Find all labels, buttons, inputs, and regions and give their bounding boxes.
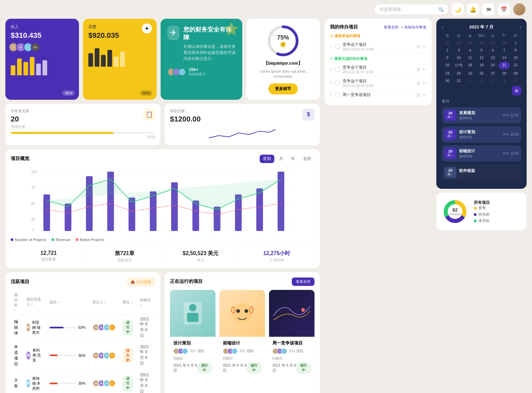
cal-day-28[interactable]: 28	[499, 70, 510, 77]
cal-day-6[interactable]: 6	[487, 47, 499, 54]
notification-button[interactable]: 🔔	[467, 3, 479, 15]
cal-day-25[interactable]: 25	[464, 70, 476, 77]
add-todo[interactable]: + 添加待办事项	[401, 25, 426, 30]
cal-day-31[interactable]: 31	[453, 77, 464, 84]
checkbox-3[interactable]	[335, 81, 340, 85]
edit-icon-3[interactable]: ✏	[423, 81, 426, 86]
chart-svg: 100 75 50 25 0	[11, 167, 315, 234]
cal-day-24[interactable]: 24	[453, 70, 464, 77]
cal-day-22[interactable]: 22	[510, 62, 521, 69]
cal-day-prev-28[interactable]: 28	[476, 40, 487, 46]
event-badge-3: 20 周一	[444, 148, 456, 159]
promo-icon: ✈	[167, 25, 179, 40]
cal-day-next-5[interactable]: 5	[510, 77, 521, 84]
checkbox-1[interactable]	[335, 44, 340, 49]
cal-day-3[interactable]: 3	[453, 47, 464, 54]
cal-day-10[interactable]: 10	[453, 54, 464, 61]
cal-day-16[interactable]: 16	[442, 62, 453, 69]
cal-day-5[interactable]: 5	[476, 47, 487, 54]
cal-day-2[interactable]: 2	[442, 47, 453, 54]
calendar-button[interactable]: 📅	[498, 3, 510, 15]
tab-month[interactable]: 月	[276, 155, 286, 163]
expense-add-btn[interactable]: +	[142, 23, 152, 33]
mail-button[interactable]: ✉	[482, 3, 495, 15]
team-av9	[281, 348, 287, 354]
cal-day-4[interactable]: 4	[464, 47, 476, 54]
cards-row-1: 收入 $310.435 A B C 25+ 45%	[5, 19, 320, 100]
cal-day-prev-26[interactable]: 26	[453, 40, 464, 46]
delete-icon-2[interactable]: 🗑	[416, 67, 421, 72]
delete-icon-3[interactable]: 🗑	[416, 81, 421, 86]
search-box[interactable]: 在这里搜索... 🔍	[375, 4, 448, 14]
checkbox-4[interactable]	[335, 93, 340, 97]
legend-label-compete: 竞争	[478, 206, 486, 211]
cal-day-prev-25[interactable]: 25	[442, 40, 453, 46]
todo-content-4: 周一竞争该项目	[343, 92, 414, 98]
bar-2	[17, 59, 22, 75]
todo-title: 我的待办项目	[330, 24, 358, 30]
stat-revenue-val: $2,50,523 美元	[163, 250, 239, 257]
legend-dot-compete	[474, 207, 476, 210]
cal-day-prev-30[interactable]: 30	[499, 40, 510, 46]
cal-day-11[interactable]: 11	[464, 54, 476, 61]
cal-day-1[interactable]: 1	[510, 40, 521, 46]
cal-day-21[interactable]: 21	[499, 62, 510, 69]
cal-day-27[interactable]: 27	[487, 70, 499, 77]
cal-day-prev-29[interactable]: 29	[487, 40, 499, 46]
user-avatar[interactable]	[513, 3, 525, 15]
delete-icon-4[interactable]: 🗑	[416, 92, 421, 97]
left-panel: 收入 $310.435 A B C 25+ 45%	[5, 19, 320, 393]
tasks-progress-bar	[11, 132, 113, 134]
cal-day-14[interactable]: 14	[499, 54, 510, 61]
edit-icon-2[interactable]: ✏	[423, 67, 426, 72]
search-icon: 🔍	[438, 7, 444, 12]
cal-day-23[interactable]: 23	[442, 70, 453, 77]
cal-day-20[interactable]: 20	[487, 62, 499, 69]
cal-settings-btn[interactable]: ⚙	[512, 86, 521, 95]
tab-year[interactable]: 年	[288, 155, 298, 163]
checkbox-2[interactable]	[335, 67, 340, 72]
cal-day-30[interactable]: 30	[442, 77, 453, 84]
cal-day-next-3[interactable]: 3	[487, 77, 499, 84]
cal-day-12[interactable]: 12	[476, 54, 487, 61]
view-all-btn[interactable]: 查看全部	[292, 278, 315, 286]
cal-day-29[interactable]: 29	[510, 70, 521, 77]
cal-day-19[interactable]: 19	[476, 62, 487, 69]
circle-more-btn[interactable]: 更多细节	[268, 83, 298, 94]
event-sub-1: 威特科技	[459, 116, 500, 121]
cal-prev-btn[interactable]: ‹	[442, 24, 443, 30]
col-assignee: 受让人 ↕	[89, 291, 119, 314]
cal-day-8[interactable]: 8	[510, 47, 521, 54]
drag-handle-2[interactable]: ⠿	[330, 67, 333, 72]
edit-icon-4[interactable]: ✏	[423, 92, 426, 97]
cal-day-17[interactable]: 17号	[453, 62, 464, 69]
col-progress: 进步 ↕	[46, 291, 89, 314]
tab-all[interactable]: 全部	[300, 155, 315, 163]
cal-next-btn[interactable]: ›	[520, 24, 521, 30]
project-due-label-2: 到期日	[223, 356, 262, 361]
event-name-2: 设计策划	[459, 129, 500, 135]
cal-day-7[interactable]: 7	[499, 47, 510, 54]
cal-day-next-4[interactable]: 4	[499, 77, 510, 84]
cal-day-prev-27[interactable]: 27	[464, 40, 476, 46]
legend-revenue: Revenue	[52, 238, 70, 242]
export-button[interactable]: 📤 出口报告	[126, 278, 155, 287]
cal-day-15[interactable]: 15	[510, 54, 521, 61]
cal-day-next-2[interactable]: 2	[476, 77, 487, 84]
circle-progress: 75% ✓	[266, 24, 300, 58]
exp-bar-2	[95, 48, 99, 67]
drag-handle-4[interactable]: ⠿	[330, 93, 333, 97]
tab-week[interactable]: 星期	[260, 155, 274, 163]
cal-day-13[interactable]: 13	[487, 54, 499, 61]
drag-handle-3[interactable]: ⠿	[330, 81, 333, 85]
cal-day-9[interactable]: 9	[442, 54, 453, 61]
view-all-todo[interactable]: 查看全部	[384, 25, 398, 30]
cal-day-18[interactable]: 18	[464, 62, 476, 69]
delete-icon-1[interactable]: 🗑	[416, 44, 421, 49]
calendar-icon: 📅	[501, 6, 507, 13]
cal-day-26[interactable]: 26	[476, 70, 487, 77]
dark-mode-button[interactable]: 🌙	[452, 3, 464, 15]
edit-icon-1[interactable]: ✏	[423, 44, 426, 49]
cal-day-next-1[interactable]: 1	[464, 77, 476, 84]
drag-handle-1[interactable]: ⠿	[330, 45, 333, 49]
